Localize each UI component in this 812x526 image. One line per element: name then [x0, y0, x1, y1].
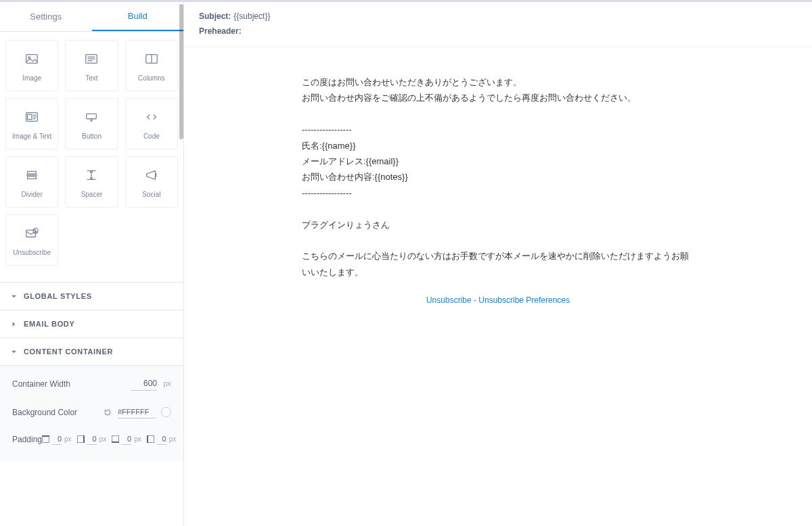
email-meta-bar: Subject: {{subject}} Preheader: [184, 2, 812, 47]
email-line: 氏名:{{name}} [302, 138, 694, 153]
pad-unit: px [169, 435, 177, 443]
svg-rect-16 [28, 176, 37, 178]
text-icon [84, 50, 99, 68]
email-footer: こちらのメールに心当たりのない方はお手数ですが本メールを速やかに削除いただけます… [302, 248, 694, 280]
svg-rect-0 [26, 54, 38, 63]
section-content-container[interactable]: CONTENT CONTAINER [0, 337, 183, 365]
module-unsubscribe[interactable]: Unsubscribe [5, 214, 58, 266]
app-container: Settings Build Image Text Columns [0, 0, 812, 526]
padding-right-input[interactable] [87, 433, 97, 445]
pad-left-icon [147, 435, 154, 443]
email-text-block: この度はお問い合わせいただきありがとうございます。 お問い合わせ内容をご確認の上… [302, 74, 694, 280]
email-body[interactable]: この度はお問い合わせいただきありがとうございます。 お問い合わせ内容をご確認の上… [295, 68, 701, 526]
container-width-input[interactable] [131, 377, 157, 391]
module-label: Columns [138, 74, 164, 82]
chevron-down-icon [11, 293, 17, 300]
tab-build[interactable]: Build [92, 2, 184, 31]
image-icon [24, 50, 39, 68]
preheader-row[interactable]: Preheader: [199, 26, 797, 36]
module-button[interactable]: Button [65, 98, 118, 149]
module-grid: Image Text Columns Image & Text Button [0, 32, 183, 282]
scrollbar-thumb[interactable] [179, 4, 183, 139]
pad-right-icon [77, 435, 85, 443]
image-text-icon [24, 108, 39, 126]
module-image-text[interactable]: Image & Text [5, 98, 58, 149]
module-spacer[interactable]: Spacer [65, 156, 118, 208]
svg-rect-13 [87, 114, 97, 118]
module-label: Code [143, 133, 160, 140]
module-image[interactable]: Image [5, 40, 58, 91]
sidebar: Settings Build Image Text Columns [0, 2, 184, 526]
width-unit: px [163, 379, 171, 387]
module-label: Text [85, 74, 97, 82]
code-icon [144, 108, 159, 126]
module-label: Social [142, 191, 160, 198]
pad-bottom-icon [112, 435, 119, 443]
svg-point-1 [28, 56, 30, 58]
padding-left-input[interactable] [157, 433, 166, 445]
module-code[interactable]: Code [125, 98, 178, 149]
bg-color-input[interactable] [118, 406, 156, 419]
color-swatch[interactable] [161, 407, 171, 417]
button-icon [84, 108, 99, 126]
padding-row: Padding px px px px [12, 433, 171, 445]
svg-rect-9 [28, 114, 32, 119]
email-sep: ----------------- [302, 122, 694, 137]
social-icon [144, 166, 159, 184]
module-label: Image [22, 74, 41, 82]
container-width-label: Container Width [12, 379, 70, 389]
email-line: お問い合わせ内容:{{notes}} [302, 169, 694, 185]
subject-label: Subject: [199, 11, 231, 21]
subject-row[interactable]: Subject: {{subject}} [199, 11, 797, 21]
sidebar-scroll: Settings Build Image Text Columns [0, 2, 183, 526]
unsubscribe-preferences-link[interactable]: Unsubscribe Preferences [478, 295, 570, 305]
tabs: Settings Build [0, 2, 183, 32]
chevron-down-icon [11, 349, 17, 355]
module-label: Spacer [81, 191, 103, 198]
email-signature: プラグインりょうさん [302, 217, 694, 233]
container-width-row: Container Width px [12, 377, 171, 391]
pad-unit: px [64, 435, 72, 443]
module-label: Unsubscribe [13, 249, 51, 256]
pad-unit: px [134, 435, 141, 443]
module-social[interactable]: Social [125, 156, 178, 208]
module-label: Image & Text [12, 133, 51, 140]
unsubscribe-icon [24, 224, 39, 242]
section-email-body[interactable]: EMAIL BODY [0, 310, 183, 337]
section-title: EMAIL BODY [24, 320, 74, 328]
unsubscribe-block: Unsubscribe - Unsubscribe Preferences [302, 280, 694, 322]
email-sep: ----------------- [302, 185, 694, 201]
pad-top-icon [42, 435, 49, 443]
canvas: Subject: {{subject}} Preheader: この度はお問い合… [184, 2, 812, 526]
module-columns[interactable]: Columns [125, 40, 178, 91]
section-title: GLOBAL STYLES [24, 292, 92, 300]
link-separator: - [472, 295, 479, 305]
module-label: Button [82, 133, 102, 140]
email-line: この度はお問い合わせいただきありがとうございます。 [302, 74, 694, 90]
unsubscribe-link[interactable]: Unsubscribe [426, 295, 472, 305]
padding-top-input[interactable] [52, 433, 62, 445]
preheader-label: Preheader: [199, 26, 242, 36]
section-title: CONTENT CONTAINER [24, 348, 113, 356]
padding-bottom-input[interactable] [122, 433, 131, 445]
subject-value: {{subject}} [233, 11, 270, 21]
padding-label: Padding [12, 435, 42, 444]
svg-rect-20 [26, 230, 36, 237]
reset-color-button[interactable] [103, 408, 112, 417]
module-divider[interactable]: Divider [5, 156, 58, 208]
email-line: メールアドレス:{{email}} [302, 153, 694, 169]
bg-color-row: Background Color [12, 406, 171, 419]
svg-rect-14 [28, 171, 37, 174]
section-global-styles[interactable]: GLOBAL STYLES [0, 282, 183, 310]
spacer-icon [84, 166, 99, 184]
preview-area: この度はお問い合わせいただきありがとうございます。 お問い合わせ内容をご確認の上… [184, 47, 812, 526]
module-text[interactable]: Text [65, 40, 118, 91]
bg-color-label: Background Color [12, 408, 77, 417]
pad-unit: px [99, 435, 107, 443]
tab-settings[interactable]: Settings [0, 2, 92, 31]
content-container-body: Container Width px Background Color [0, 365, 183, 461]
chevron-right-icon [11, 321, 17, 327]
email-line: お問い合わせ内容をご確認の上不備があるようでしたら再度お問い合わせください。 [302, 90, 694, 105]
columns-icon [144, 50, 159, 68]
module-label: Divider [22, 191, 43, 198]
